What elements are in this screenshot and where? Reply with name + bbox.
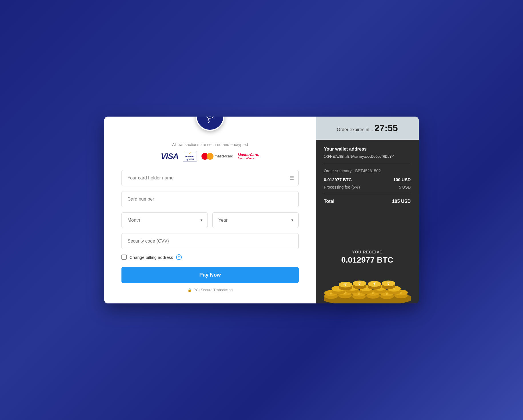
- cardnumber-input[interactable]: [121, 191, 299, 207]
- cvv-input[interactable]: [121, 233, 299, 249]
- payment-logos: VISA ✓ VERIFIED by VISA mastercard Maste…: [161, 151, 259, 161]
- logo-icon: [201, 117, 219, 125]
- expiry-header: Order expires in... 27:55: [316, 117, 419, 140]
- month-wrapper: Month 01 02 03 04 05 06 07 08 09 10 11 1…: [121, 212, 208, 228]
- mastercard-logo: mastercard: [201, 153, 233, 160]
- cardholder-input[interactable]: [121, 170, 299, 186]
- visa-logo: VISA: [161, 152, 178, 161]
- expiry-countdown: 27:55: [374, 123, 398, 133]
- billing-help-icon[interactable]: ?: [176, 254, 182, 260]
- btc-usd-value: 100 USD: [393, 177, 411, 182]
- year-select[interactable]: Year 2024 2025 2026 2027 2028 2029 2030: [212, 212, 299, 228]
- coins-svg: ₿ ₿ ₿ ₿ ₿ ₿: [324, 269, 411, 303]
- btc-amount-label: 0.012977 BTC: [324, 177, 352, 182]
- total-row: Total 105 USD: [324, 199, 411, 204]
- month-select[interactable]: Month 01 02 03 04 05 06 07 08 09 10 11 1…: [121, 212, 208, 228]
- billing-row: Change billing address ?: [121, 254, 299, 260]
- pay-now-button[interactable]: Pay Now: [121, 267, 299, 283]
- card-id-icon: ☰: [290, 175, 294, 181]
- total-label: Total: [324, 199, 334, 204]
- billing-checkbox[interactable]: [121, 255, 127, 260]
- wallet-address: 1KFHE7w8BhaENAswwryaoccDb6qcT6DbYY: [324, 154, 411, 159]
- cardnumber-group: [121, 191, 299, 207]
- divider-2: [324, 194, 411, 194]
- coins-image: ₿ ₿ ₿ ₿ ₿ ₿: [324, 269, 411, 303]
- expiry-row: Month 01 02 03 04 05 06 07 08 09 10 11 1…: [121, 212, 299, 228]
- order-details: Your wallet address 1KFHE7w8BhaENAswwrya…: [316, 140, 419, 244]
- receive-amount: 0.012977 BTC: [324, 255, 411, 265]
- cardholder-group: ☰: [121, 170, 299, 186]
- left-panel: All transactions are secured and encrypt…: [104, 117, 316, 303]
- expiry-label: Order expires in... 27:55: [337, 127, 398, 132]
- mastercard-text: mastercard: [215, 154, 233, 158]
- order-btc-row: 0.012977 BTC 100 USD: [324, 177, 411, 182]
- divider-1: [324, 164, 411, 164]
- svg-rect-7: [209, 117, 211, 117]
- pci-badge: 🔒 PCI Secure Transaction: [187, 288, 233, 292]
- verified-visa-logo: ✓ VERIFIED by VISA: [183, 151, 197, 161]
- fee-label: Processing fee (5%): [324, 185, 360, 189]
- billing-label: Change billing address: [129, 255, 173, 260]
- logo-circle: [196, 117, 224, 131]
- mc-orange-circle: [207, 153, 213, 160]
- order-summary-label: Order summary - BBT45281502: [324, 169, 411, 173]
- security-text: All transactions are secured and encrypt…: [172, 142, 248, 147]
- payment-card: All transactions are secured and encrypt…: [104, 117, 419, 303]
- wallet-label: Your wallet address: [324, 147, 411, 152]
- pci-label: PCI Secure Transaction: [193, 288, 233, 292]
- cardholder-input-wrapper: ☰: [121, 170, 299, 186]
- fee-value: 5 USD: [399, 185, 411, 189]
- order-fee-row: Processing fee (5%) 5 USD: [324, 185, 411, 189]
- right-panel: Order expires in... 27:55 Your wallet ad…: [316, 117, 419, 303]
- lock-icon: 🔒: [187, 288, 192, 292]
- mastercard-securecode-logo: MasterCard. SecureCode.: [238, 153, 259, 160]
- cvv-group: [121, 233, 299, 249]
- year-wrapper: Year 2024 2025 2026 2027 2028 2029 2030 …: [212, 212, 299, 228]
- receive-label: YOU RECEIVE: [324, 250, 411, 254]
- total-value: 105 USD: [392, 199, 411, 204]
- receive-section: YOU RECEIVE 0.012977 BTC ₿ ₿: [316, 244, 419, 303]
